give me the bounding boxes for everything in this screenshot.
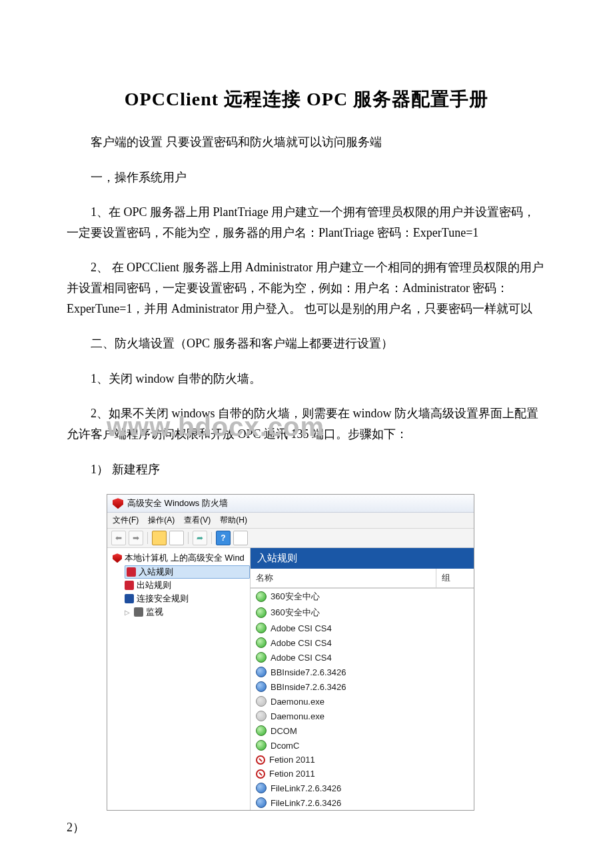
window-body: 本地计算机 上的高级安全 Wind 入站规则 出站规则 连接安全规则 (107, 548, 474, 810)
window-title-bar: 高级安全 Windows 防火墙 (107, 495, 474, 513)
intro-paragraph: 客户端的设置 只要设置密码和防火墙就可以访问服务端 (67, 132, 546, 153)
expand-icon[interactable]: ▷ (125, 609, 130, 616)
menu-help[interactable]: 帮助(H) (220, 515, 247, 526)
rule-row[interactable]: 360安全中心 (251, 589, 474, 605)
allow-icon (256, 681, 267, 692)
allow-icon (256, 623, 267, 633)
shield-icon (113, 553, 122, 563)
menu-action[interactable]: 操作(A) (148, 515, 175, 526)
section1-item1: 1、在 OPC 服务器上用 PlantTriage 用户建立一个拥有管理员权限的… (67, 202, 546, 243)
column-group[interactable]: 组 (436, 569, 474, 587)
rule-name: 360安全中心 (271, 607, 320, 619)
rule-name: Daemonu.exe (271, 697, 324, 707)
column-name[interactable]: 名称 (251, 569, 436, 587)
step1-label: 1） 新建程序 (67, 459, 546, 480)
rules-list: 360安全中心360安全中心Adobe CSI CS4Adobe CSI CS4… (251, 588, 474, 810)
rule-row[interactable]: Daemonu.exe (251, 709, 474, 723)
rule-name: BBInside7.2.6.3426 (271, 682, 346, 692)
allow-icon (256, 696, 267, 707)
rule-name: FileLink7.2.6.3426 (271, 798, 341, 808)
doc-title: OPCClient 远程连接 OPC 服务器配置手册 (67, 87, 546, 112)
rule-row[interactable]: DCOM (251, 723, 474, 738)
tree-item-label: 监视 (146, 606, 163, 618)
rule-name: Adobe CSI CS4 (271, 623, 332, 633)
tree-root[interactable]: 本地计算机 上的高级安全 Wind (113, 551, 250, 565)
rule-name: Adobe CSI CS4 (271, 638, 332, 648)
rule-name: DCOM (271, 726, 297, 736)
block-icon (256, 769, 265, 779)
block-icon (256, 755, 265, 765)
allow-icon (256, 783, 267, 793)
toolbar-separator (147, 532, 148, 544)
forward-icon[interactable]: ➡ (129, 531, 143, 545)
rule-row[interactable]: Daemonu.exe (251, 694, 474, 709)
section1-item2: 2、 在 OPCClient 服务器上用 Administrator 用户建立一… (67, 257, 546, 319)
connection-icon (125, 594, 134, 603)
rule-row[interactable]: BBInside7.2.6.3426 (251, 679, 474, 694)
section1-heading: 一，操作系统用户 (67, 167, 546, 188)
monitor-icon (134, 607, 143, 617)
help-icon[interactable]: ? (216, 531, 231, 545)
allow-icon (256, 591, 267, 602)
toolbar-separator (188, 532, 189, 544)
folder-icon[interactable] (152, 531, 167, 545)
outbound-icon (125, 581, 134, 590)
rule-row[interactable]: Fetion 2011 (251, 767, 474, 781)
rule-name: 360安全中心 (271, 591, 320, 603)
allow-icon (256, 637, 267, 648)
allow-icon (256, 740, 267, 751)
rule-row[interactable]: Fetion 2011 (251, 753, 474, 767)
list-header: 名称 组 (251, 569, 474, 588)
rule-row[interactable]: 360安全中心 (251, 605, 474, 621)
allow-icon (256, 607, 267, 618)
allow-icon (256, 797, 267, 808)
rule-row[interactable]: Adobe CSI CS4 (251, 635, 474, 650)
inbound-icon (127, 567, 136, 577)
menu-file[interactable]: 文件(F) (113, 515, 139, 526)
sheet2-icon[interactable] (233, 531, 248, 545)
step2-label: 2） (67, 817, 546, 838)
menu-bar: 文件(F) 操作(A) 查看(V) 帮助(H) (107, 513, 474, 529)
toolbar: ⬅ ➡ ➦ ? (107, 529, 474, 548)
tree-outbound-rules[interactable]: 出站规则 (125, 579, 250, 592)
window-title: 高级安全 Windows 防火墙 (127, 497, 228, 509)
rule-row[interactable]: DcomC (251, 738, 474, 753)
allow-icon (256, 667, 267, 677)
rule-row[interactable]: Adobe CSI CS4 (251, 650, 474, 665)
firewall-window: 高级安全 Windows 防火墙 文件(F) 操作(A) 查看(V) 帮助(H)… (107, 494, 474, 811)
rule-row[interactable]: FileLink7.2.6.3426 (251, 781, 474, 795)
rule-name: Fetion 2011 (269, 755, 315, 765)
back-icon[interactable]: ⬅ (111, 531, 126, 545)
sheet-icon[interactable] (169, 531, 184, 545)
tree-item-label: 出站规则 (137, 579, 171, 591)
shield-icon (113, 498, 123, 509)
menu-view[interactable]: 查看(V) (184, 515, 211, 526)
section2-item2: 2、如果不关闭 windows 自带的防火墙，则需要在 window 防火墙高级… (67, 403, 546, 444)
rule-name: FileLink7.2.6.3426 (271, 783, 341, 793)
rule-name: DcomC (271, 741, 299, 751)
section2-item1: 1、关闭 window 自带的防火墙。 (67, 369, 546, 389)
allow-icon (256, 725, 267, 736)
tree-item-label: 入站规则 (139, 566, 173, 578)
rule-name: BBInside7.2.6.3426 (271, 667, 346, 677)
tree-item-label: 连接安全规则 (137, 593, 189, 605)
tree-pane: 本地计算机 上的高级安全 Wind 入站规则 出站规则 连接安全规则 (107, 548, 251, 810)
rule-row[interactable]: FileLink7.2.6.3426 (251, 795, 474, 810)
content-pane: 入站规则 名称 组 360安全中心360安全中心Adobe CSI CS4Ado… (251, 548, 474, 810)
tree-connection-security[interactable]: 连接安全规则 (125, 592, 250, 605)
rule-row[interactable]: BBInside7.2.6.3426 (251, 665, 474, 679)
tree-monitoring[interactable]: ▷ 监视 (125, 605, 250, 619)
document-page: OPCClient 远程连接 OPC 服务器配置手册 客户端的设置 只要设置密码… (0, 0, 613, 868)
tree-root-label: 本地计算机 上的高级安全 Wind (125, 552, 245, 564)
rule-name: Daemonu.exe (271, 711, 324, 721)
rule-name: Fetion 2011 (269, 769, 315, 779)
section2-heading: 二、防火墙设置（OPC 服务器和客户端上都要进行设置） (67, 333, 546, 354)
tree-inbound-rules[interactable]: 入站规则 (125, 565, 250, 579)
allow-icon (256, 711, 267, 721)
content-header: 入站规则 (251, 548, 474, 569)
rule-name: Adobe CSI CS4 (271, 653, 332, 663)
tree-children: 入站规则 出站规则 连接安全规则 ▷ 监视 (113, 565, 250, 619)
allow-icon (256, 652, 267, 663)
rule-row[interactable]: Adobe CSI CS4 (251, 621, 474, 635)
export-icon[interactable]: ➦ (193, 531, 207, 545)
